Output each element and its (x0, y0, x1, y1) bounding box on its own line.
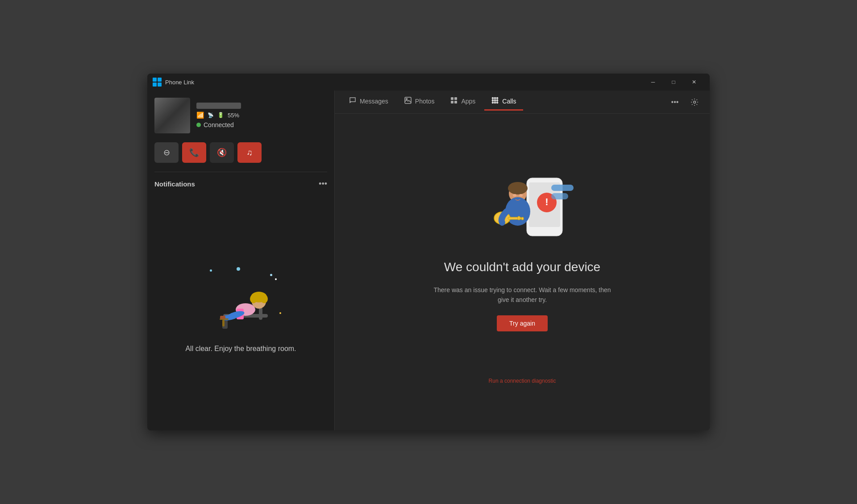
window-controls: ─ □ ✕ (643, 75, 704, 89)
sidebar: 📶 📡 🔋 55% Connected ⊖ 📞 (147, 91, 335, 430)
diagnostic-link[interactable]: Run a connection diagnostic (489, 378, 556, 384)
calls-icon (491, 97, 499, 106)
wifi-icon: 📶 (196, 112, 204, 119)
tab-calls-label: Calls (502, 98, 516, 105)
tab-messages[interactable]: Messages (342, 93, 395, 111)
mute-icon: 🔇 (217, 148, 227, 157)
maximize-button[interactable]: □ (663, 75, 684, 89)
app-window: Phone Link ─ □ ✕ 📶 📡 🔋 55% (147, 74, 710, 430)
main-content: ! (335, 114, 710, 430)
person-on-chair-svg (196, 265, 286, 336)
notifications-header: Notifications ••• (154, 179, 327, 189)
empty-illustration (196, 265, 286, 336)
connected-dot (196, 123, 201, 127)
sparkle-2 (237, 267, 240, 271)
music-icon: ♫ (246, 148, 253, 157)
svg-rect-0 (153, 78, 157, 82)
connection-status-row: Connected (196, 121, 241, 128)
error-svg: ! (469, 160, 576, 249)
settings-button[interactable] (686, 94, 703, 110)
svg-point-24 (492, 98, 494, 99)
try-again-button[interactable]: Try again (497, 315, 548, 331)
svg-rect-23 (454, 101, 457, 103)
svg-rect-20 (451, 97, 453, 100)
connected-label: Connected (204, 121, 234, 128)
svg-rect-3 (158, 83, 162, 87)
svg-rect-21 (454, 97, 457, 100)
error-title: We couldn't add your device (444, 260, 600, 274)
tab-messages-label: Messages (360, 98, 388, 105)
tabs: Messages Photos Apps (342, 93, 667, 111)
do-not-disturb-button[interactable]: ⊖ (154, 142, 179, 163)
svg-rect-38 (551, 185, 574, 191)
sparkle-3 (270, 274, 272, 276)
empty-notifications-text: All clear. Enjoy the breathing room. (185, 343, 296, 354)
svg-point-49 (513, 194, 516, 197)
tab-calls[interactable]: Calls (484, 93, 523, 111)
svg-point-29 (497, 100, 498, 101)
music-button[interactable]: ♫ (237, 142, 262, 163)
svg-point-41 (508, 182, 528, 194)
profile-name (196, 103, 241, 109)
signal-icon: 📡 (208, 112, 214, 118)
apps-icon (450, 97, 458, 106)
phone-button[interactable]: 📞 (182, 142, 206, 163)
tab-actions: ••• (667, 94, 703, 110)
svg-rect-39 (551, 193, 568, 199)
svg-point-28 (495, 100, 496, 101)
svg-rect-22 (451, 101, 453, 103)
action-buttons: ⊖ 📞 🔇 ♫ (154, 142, 327, 163)
error-illustration: ! (469, 160, 576, 249)
phone-icon: 📞 (189, 148, 199, 157)
close-button[interactable]: ✕ (684, 75, 704, 89)
app-logo-icon (153, 78, 162, 87)
messages-icon (349, 97, 356, 106)
mute-button[interactable]: 🔇 (210, 142, 234, 163)
minimize-button[interactable]: ─ (643, 75, 663, 89)
minus-icon: ⊖ (163, 148, 170, 157)
svg-point-32 (497, 102, 498, 103)
svg-point-25 (495, 98, 496, 99)
svg-point-30 (492, 102, 494, 103)
svg-point-10 (250, 294, 257, 303)
tab-apps[interactable]: Apps (443, 93, 483, 111)
svg-rect-1 (158, 78, 162, 82)
svg-point-26 (497, 98, 498, 99)
profile-info: 📶 📡 🔋 55% Connected (196, 103, 241, 128)
error-subtitle: There was an issue trying to connect. Wa… (428, 285, 616, 305)
notifications-title: Notifications (154, 180, 195, 188)
tab-photos-label: Photos (415, 98, 435, 105)
svg-rect-17 (220, 316, 225, 319)
tab-photos[interactable]: Photos (397, 93, 442, 111)
app-title: Phone Link (165, 79, 643, 86)
avatar-image (154, 98, 190, 133)
svg-point-50 (519, 194, 523, 197)
sidebar-divider (154, 172, 327, 172)
empty-notifications: All clear. Enjoy the breathing room. (154, 196, 327, 423)
svg-rect-47 (518, 216, 520, 220)
svg-point-27 (492, 100, 494, 101)
profile-section: 📶 📡 🔋 55% Connected (154, 98, 327, 133)
title-bar: Phone Link ─ □ ✕ (147, 74, 710, 91)
svg-rect-2 (153, 83, 157, 87)
device-status-row: 📶 📡 🔋 55% (196, 112, 241, 119)
battery-icon: 🔋 (217, 112, 224, 118)
svg-rect-48 (521, 217, 524, 220)
svg-rect-5 (259, 307, 262, 320)
sparkle-4 (275, 278, 277, 280)
sparkle-5 (279, 312, 281, 314)
notifications-more-button[interactable]: ••• (319, 179, 327, 189)
tab-apps-label: Apps (461, 98, 475, 105)
more-options-button[interactable]: ••• (667, 94, 683, 110)
photos-icon (404, 97, 412, 106)
svg-text:!: ! (545, 196, 548, 207)
svg-point-33 (694, 101, 696, 103)
sparkle-1 (210, 269, 212, 272)
svg-point-31 (495, 102, 496, 103)
svg-rect-16 (222, 320, 225, 326)
content-area: 📶 📡 🔋 55% Connected ⊖ 📞 (147, 91, 710, 430)
avatar (154, 98, 190, 133)
main-panel: Messages Photos Apps (335, 91, 710, 430)
svg-point-11 (261, 294, 268, 303)
tab-bar: Messages Photos Apps (335, 91, 710, 114)
